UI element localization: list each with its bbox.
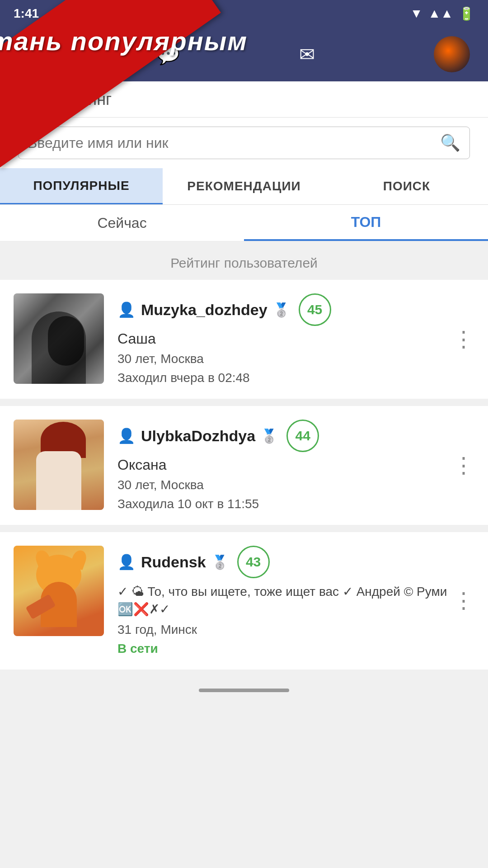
user-realname-2: Оксана — [117, 457, 474, 473]
medal-1: 🥈 — [273, 302, 290, 318]
user-status-1: Заходил вчера в 02:48 — [117, 371, 474, 385]
more-button-3[interactable]: ⋮ — [453, 590, 474, 612]
user-description-3: ✓ 🌤 То, что вы ищете, тоже ищет вас ✓ Ан… — [117, 583, 474, 618]
user-name-row-3: 👤 Rudensk 🥈 43 — [117, 546, 474, 578]
user-name-row-1: 👤 Muzyka_dozhdey 🥈 45 — [117, 293, 474, 326]
user-card-3: 👤 Rudensk 🥈 43 ✓ 🌤 То, что вы ищете, тож… — [0, 532, 488, 670]
gender-icon-3: 👤 — [117, 553, 136, 571]
user-card: 👤 Muzyka_dozhdey 🥈 45 Саша 30 лет, Москв… — [0, 280, 488, 399]
user-avatar-2[interactable] — [14, 420, 104, 510]
gender-icon-1: 👤 — [117, 301, 136, 318]
user-meta-1: 30 лет, Москва — [117, 352, 474, 366]
secondary-tabs: Сейчас ТОП — [0, 205, 488, 242]
score-badge-2: 44 — [286, 420, 319, 452]
more-button-2[interactable]: ⋮ — [453, 455, 474, 476]
wifi-icon: ▼ — [410, 6, 423, 21]
username-2[interactable]: UlybkaDozhdya — [141, 427, 255, 445]
user-online-3: В сети — [117, 642, 474, 656]
home-indicator — [0, 677, 488, 704]
section-title: Рейтинг пользователей — [0, 242, 488, 280]
battery-icon: 🔋 — [459, 6, 474, 21]
search-bar: 🔍 — [0, 118, 488, 168]
time: 1:41 — [14, 6, 39, 21]
username-1[interactable]: Muzyka_dozhdey — [141, 301, 267, 319]
promo-banner-text: Стань популярным — [0, 25, 247, 56]
score-badge-1: 45 — [299, 293, 331, 326]
user-info-1: 👤 Muzyka_dozhdey 🥈 45 Саша 30 лет, Москв… — [117, 293, 474, 385]
search-icon[interactable]: 🔍 — [440, 133, 460, 152]
search-input[interactable] — [28, 135, 440, 151]
status-icons: ▼ ▲▲ 🔋 — [410, 6, 474, 21]
signal-icon: ▲▲ — [428, 6, 453, 21]
tab-popular[interactable]: ПОПУЛЯРНЫЕ — [0, 168, 163, 204]
user-meta-3: 31 год, Минск — [117, 623, 474, 637]
primary-tabs: ПОПУЛЯРНЫЕ РЕКОМЕНДАЦИИ ПОИСК — [0, 168, 488, 205]
user-card-2: 👤 UlybkaDozhdya 🥈 44 Оксана 30 лет, Моск… — [0, 406, 488, 525]
user-meta-2: 30 лет, Москва — [117, 478, 474, 492]
tab-now[interactable]: Сейчас — [0, 205, 244, 241]
gender-icon-2: 👤 — [117, 427, 136, 444]
user-status-2: Заходила 10 окт в 11:55 — [117, 497, 474, 511]
more-button-1[interactable]: ⋮ — [453, 329, 474, 350]
score-badge-3: 43 — [237, 546, 270, 578]
tab-top[interactable]: ТОП — [244, 205, 488, 241]
username-3[interactable]: Rudensk — [141, 553, 206, 571]
tab-recommendations[interactable]: РЕКОМЕНДАЦИИ — [163, 168, 325, 204]
user-info-3: 👤 Rudensk 🥈 43 ✓ 🌤 То, что вы ищете, тож… — [117, 546, 474, 656]
user-avatar-3[interactable] — [14, 546, 104, 636]
tab-search[interactable]: ПОИСК — [325, 168, 488, 204]
avatar[interactable] — [434, 36, 470, 72]
mail-button[interactable]: ✉ — [299, 43, 315, 66]
user-avatar-1[interactable] — [14, 293, 104, 384]
user-realname-1: Саша — [117, 330, 474, 347]
search-input-wrapper: 🔍 — [18, 127, 470, 159]
user-name-row-2: 👤 UlybkaDozhdya 🥈 44 — [117, 420, 474, 452]
user-info-2: 👤 UlybkaDozhdya 🥈 44 Оксана 30 лет, Моск… — [117, 420, 474, 511]
medal-3: 🥈 — [211, 554, 228, 570]
medal-2: 🥈 — [261, 428, 277, 444]
home-bar — [199, 689, 289, 692]
